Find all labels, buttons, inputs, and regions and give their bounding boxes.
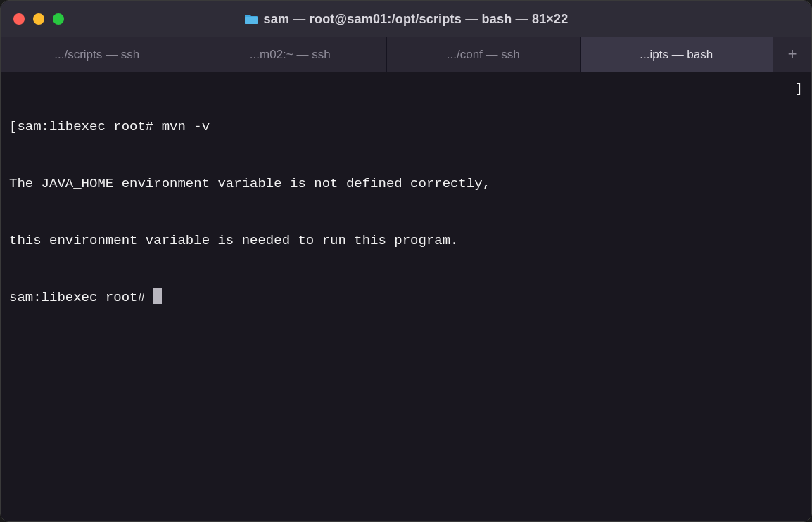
terminal-line: sam:libexec root# <box>9 288 803 307</box>
svg-rect-0 <box>245 17 258 24</box>
folder-icon <box>244 13 258 25</box>
tab-conf-ssh[interactable]: .../conf — ssh <box>387 37 581 72</box>
plus-icon: + <box>787 46 797 64</box>
tab-label: .../conf — ssh <box>447 48 520 62</box>
prompt-left-bracket: [ <box>9 119 17 134</box>
window-title: sam — root@sam01:/opt/scripts — bash — 8… <box>264 12 569 27</box>
minimize-button[interactable] <box>33 13 44 25</box>
tab-label: .../scripts — ssh <box>54 48 139 62</box>
titlebar[interactable]: sam — root@sam01:/opt/scripts — bash — 8… <box>1 1 811 37</box>
terminal-text: sam:libexec root# <box>9 290 153 305</box>
zoom-button[interactable] <box>53 13 64 25</box>
terminal-text: sam:libexec root# mvn -v <box>17 119 210 134</box>
new-tab-button[interactable]: + <box>773 37 811 72</box>
tab-label: ...ipts — bash <box>640 48 713 62</box>
tab-ipts-bash[interactable]: ...ipts — bash <box>581 37 774 72</box>
cursor <box>153 288 162 304</box>
tab-scripts-ssh[interactable]: .../scripts — ssh <box>1 37 194 72</box>
tab-bar: .../scripts — ssh ...m02:~ — ssh .../con… <box>1 37 811 72</box>
tab-label: ...m02:~ — ssh <box>250 48 331 62</box>
close-button[interactable] <box>13 13 25 25</box>
title-wrap: sam — root@sam01:/opt/scripts — bash — 8… <box>1 12 811 27</box>
terminal-window: sam — root@sam01:/opt/scripts — bash — 8… <box>0 0 812 522</box>
terminal-line: The JAVA_HOME environment variable is no… <box>9 174 803 193</box>
traffic-lights <box>13 13 64 25</box>
tab-m02-ssh[interactable]: ...m02:~ — ssh <box>194 37 388 72</box>
terminal-line: [sam:libexec root# mvn -v <box>9 117 803 136</box>
terminal-line: this environment variable is needed to r… <box>9 231 803 250</box>
prompt-right-bracket: ] <box>795 79 803 98</box>
terminal-body[interactable]: [sam:libexec root# mvn -v The JAVA_HOME … <box>1 72 811 521</box>
